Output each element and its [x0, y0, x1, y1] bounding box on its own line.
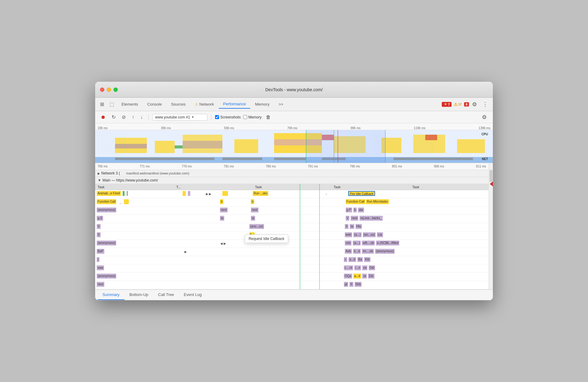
wb-block[interactable]: wB....ob: [362, 241, 375, 245]
b-block-right[interactable]: b: [353, 208, 357, 212]
purple-block-s1[interactable]: [188, 191, 190, 196]
errors-badge[interactable]: ✕ 7: [442, 102, 452, 107]
ba-block[interactable]: Ba: [357, 257, 363, 262]
cnt-block[interactable]: c....nt: [344, 265, 353, 270]
xeb-block[interactable]: xeb: [345, 241, 352, 245]
f-block[interactable]: f...: [249, 232, 255, 237]
ta-block-2[interactable]: ta: [251, 216, 255, 221]
v-block-left[interactable]: V: [97, 224, 101, 229]
timeline-minimap[interactable]: 196 ms 396 ms 596 ms 796 ms 996 ms 1196 …: [95, 123, 493, 163]
maximize-button[interactable]: [114, 88, 118, 92]
green-block[interactable]: [123, 191, 125, 196]
sa-block[interactable]: sa: [362, 265, 367, 270]
network-expand-arrow[interactable]: ▶: [98, 172, 100, 175]
lm-block[interactable]: lm....ob: [362, 249, 374, 254]
aeb-block[interactable]: Aeb: [345, 249, 352, 254]
record-button[interactable]: ⏺: [99, 113, 107, 121]
oqa-block[interactable]: OQa: [344, 274, 352, 279]
run-sks-block[interactable]: Run ...sks: [253, 191, 268, 196]
ta-block-right[interactable]: ta: [350, 224, 354, 229]
lla-block[interactable]: Lla: [377, 232, 383, 237]
shb-block[interactable]: Shb: [355, 282, 362, 287]
screenshots-checkbox[interactable]: [215, 115, 219, 119]
ad-block-1[interactable]: a...d: [348, 257, 356, 262]
yellow-block-s1[interactable]: [183, 191, 186, 196]
a-block-1[interactable]: (a...): [353, 232, 362, 237]
waa-block[interactable]: waa: [97, 265, 104, 270]
kd-block[interactable]: k...d: [353, 249, 361, 254]
url-selector[interactable]: www.youtube.com #1 ▼: [152, 114, 207, 121]
info-badge[interactable]: 8: [464, 102, 469, 107]
memory-checkbox-group[interactable]: Memory: [243, 115, 262, 119]
fire-idle-callback-block[interactable]: Fire Idle Callback: [348, 191, 375, 196]
flame-content[interactable]: Task T... Task Task Task Animati...e Fir…: [95, 184, 489, 289]
ala-block[interactable]: ala: [358, 208, 364, 212]
mj-block[interactable]: mj.exe...backs_: [359, 216, 382, 221]
next-block-1[interactable]: next: [220, 208, 228, 212]
gib-block[interactable]: Gib: [369, 265, 375, 270]
tab-memory[interactable]: Memory: [251, 100, 274, 108]
s-block-left[interactable]: S: [97, 232, 101, 237]
upload-button[interactable]: ↑: [130, 113, 136, 121]
screenshots-checkbox-group[interactable]: Screenshots: [215, 115, 241, 119]
download-button[interactable]: ↓: [139, 113, 145, 121]
tab-console[interactable]: Console: [143, 100, 166, 108]
t-block[interactable]: t: [97, 257, 99, 262]
warnings-badge[interactable]: ⚠ 37: [452, 102, 463, 107]
anon-right[interactable]: (anonymous): [375, 249, 395, 254]
ta-block-1[interactable]: ta: [220, 216, 224, 221]
network-track-header[interactable]: ▶ Network 3 ( manifest.webmanifest (www.…: [95, 170, 489, 177]
yellow-block-s2[interactable]: [222, 191, 228, 196]
gs-block[interactable]: g.S: [97, 216, 103, 221]
gp-block[interactable]: g.P: [346, 208, 352, 212]
anon-block-3[interactable]: (anonymous): [97, 274, 116, 279]
settings-icon[interactable]: ⚙: [470, 100, 479, 109]
an-us-block[interactable]: (an...us): [363, 232, 376, 237]
hla-block[interactable]: Hla: [355, 224, 362, 229]
ejsc-block[interactable]: e.JSC$6...Ifilled: [376, 241, 399, 245]
close-button[interactable]: [100, 88, 104, 92]
inspect-icon-button[interactable]: ⊞: [98, 99, 106, 109]
selection-rect[interactable]: [306, 130, 385, 163]
anim-block[interactable]: Animati...e Fired: [97, 191, 121, 196]
perf-settings-icon[interactable]: ⚙: [479, 113, 489, 122]
anon-block-2[interactable]: (anonymous): [97, 241, 116, 245]
func-call-block[interactable]: Function Call: [97, 199, 116, 204]
bap-block[interactable]: BaP: [97, 249, 104, 254]
func-call-right[interactable]: Function Call: [346, 199, 365, 204]
tab-sources[interactable]: Sources: [167, 100, 190, 108]
gray-block[interactable]: [127, 191, 128, 196]
capture-button[interactable]: 🗑: [264, 113, 273, 121]
c-block[interactable]: c: [344, 257, 347, 262]
kib-block[interactable]: Kib: [364, 257, 370, 262]
b-block-2[interactable]: b: [251, 199, 255, 204]
yellow-small-1[interactable]: [124, 199, 129, 204]
gt-block[interactable]: gt: [344, 282, 348, 287]
reload-button[interactable]: ↻: [110, 113, 117, 121]
next-block-2[interactable]: next: [251, 208, 259, 212]
tab-more-button[interactable]: >>: [274, 100, 288, 108]
ad-block-2[interactable]: a...d: [353, 274, 361, 279]
tab-summary[interactable]: Summary: [98, 290, 125, 300]
tab-network[interactable]: ⚠ Network: [191, 100, 218, 108]
tab-bottom-up[interactable]: Bottom-Up: [125, 290, 153, 300]
more-options-icon[interactable]: ⋮: [480, 100, 490, 109]
ano-us-block[interactable]: (ano...us): [249, 224, 264, 229]
minimize-button[interactable]: [107, 88, 111, 92]
ra-block[interactable]: ra: [362, 274, 367, 279]
vertical-scrollbar[interactable]: [489, 163, 493, 289]
tab-event-log[interactable]: Event Log: [179, 290, 207, 300]
web-block[interactable]: web: [345, 232, 352, 237]
next-block-left[interactable]: next: [97, 282, 104, 287]
clear-button[interactable]: ⊘: [120, 113, 128, 121]
memory-checkbox[interactable]: [243, 115, 247, 119]
run-microtasks[interactable]: Run Microtasks: [366, 199, 389, 204]
s-right-block[interactable]: S: [349, 282, 353, 287]
b-block-1[interactable]: b: [220, 199, 224, 204]
main-arrow[interactable]: ▼: [98, 178, 101, 182]
minimap-chart[interactable]: CPU NET: [95, 130, 493, 163]
ie-block[interactable]: i...e: [354, 265, 361, 270]
v-block[interactable]: V: [346, 216, 350, 221]
eib-block[interactable]: Eib: [368, 274, 374, 279]
scrollbar-thumb-v[interactable]: [489, 170, 493, 182]
